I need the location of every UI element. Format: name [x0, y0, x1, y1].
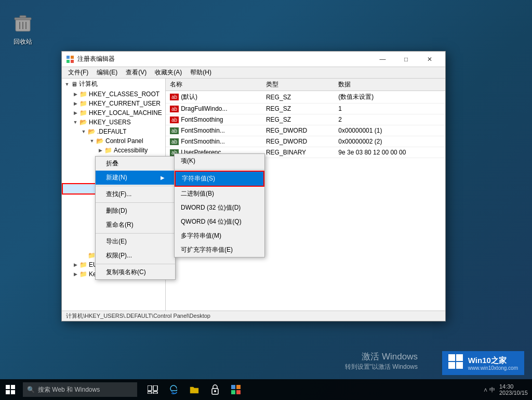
svg-rect-13: [456, 362, 463, 369]
minimize-button[interactable]: —: [371, 51, 394, 67]
menu-help[interactable]: 帮助(H): [186, 67, 216, 78]
submenu-item-qword[interactable]: QWORD (64 位)值(Q): [175, 215, 264, 229]
ctx-export[interactable]: 导出(E): [96, 235, 175, 249]
cell-type: REG_SZ: [262, 91, 334, 104]
node-label: Control Panel: [105, 137, 143, 145]
maximize-button[interactable]: □: [394, 51, 418, 67]
submenu-item-multi-string[interactable]: 多字符串值(M): [175, 229, 264, 243]
search-placeholder: 搜索 Web 和 Windows: [38, 385, 100, 394]
window-controls: — □ ✕: [371, 51, 441, 67]
cell-name: abFontSmoothin...: [166, 136, 262, 147]
menu-favorites[interactable]: 收藏夹(A): [151, 67, 186, 78]
edge-icon[interactable]: [164, 379, 183, 400]
start-button[interactable]: [0, 379, 21, 400]
table-row[interactable]: abFontSmoothing REG_SZ 2: [166, 114, 445, 125]
tree-node-local-machine[interactable]: ▶ 📁 HKEY_LOCAL_MACHINE: [62, 108, 165, 118]
svg-rect-8: [66, 60, 70, 63]
tree-node-control-panel[interactable]: ▼ 📂 Control Panel: [62, 136, 165, 146]
svg-rect-20: [148, 392, 152, 394]
submenu-item-dword[interactable]: DWORD (32 位)值(D): [175, 201, 264, 215]
expand-icon: ▶: [71, 110, 79, 115]
cell-type: REG_DWORD: [262, 136, 334, 147]
taskbar-icons: [143, 379, 245, 400]
menu-edit[interactable]: 编辑(E): [92, 67, 122, 78]
svg-rect-16: [6, 390, 10, 394]
folder-icon: 📁: [79, 91, 87, 98]
tree-node-accessibility[interactable]: ▶ 📁 Accessibility: [62, 146, 165, 155]
submenu: 项(K) 字符串值(S) 二进制值(B) DWORD (32 位)值(D) QW…: [174, 153, 265, 257]
svg-rect-14: [6, 385, 10, 389]
taskbar-search-box[interactable]: 🔍 搜索 Web 和 Windows: [23, 382, 137, 397]
ctx-new[interactable]: 新建(N) ▶: [96, 171, 175, 185]
submenu-item-binary[interactable]: 二进制值(B): [175, 187, 264, 201]
folder-icon: 📂: [79, 119, 87, 126]
svg-rect-25: [236, 385, 241, 389]
expand-icon: ▼: [71, 120, 79, 125]
ctx-item-label: 重命名(R): [106, 221, 134, 229]
cell-data: (数值未设置): [334, 91, 445, 104]
ctx-item-label: 查找(F)...: [106, 190, 131, 199]
tree-node-default[interactable]: ▼ 📂 .DEFAULT: [62, 127, 165, 136]
ctx-delete[interactable]: 删除(D): [96, 204, 175, 218]
table-row[interactable]: ab(默认) REG_SZ (数值未设置): [166, 91, 445, 104]
node-label: HKEY_CLASSES_ROOT: [89, 91, 159, 98]
ctx-separator-3: [96, 233, 175, 234]
table-row[interactable]: abFontSmoothin... REG_DWORD 0x00000002 (…: [166, 136, 445, 147]
submenu-item-label: 二进制值(B): [181, 190, 214, 197]
tree-node-computer[interactable]: ▼ 🖥 计算机: [62, 79, 165, 89]
ctx-find[interactable]: 查找(F)...: [96, 187, 175, 201]
close-button[interactable]: ✕: [418, 51, 441, 67]
cell-data: 2: [334, 114, 445, 125]
search-icon: 🔍: [27, 386, 35, 393]
lock-icon[interactable]: [206, 379, 224, 400]
app-icon: [66, 55, 74, 63]
watermark: 激活 Windows 转到设置"以激活 Windows: [345, 351, 418, 371]
svg-rect-15: [11, 385, 15, 389]
svg-rect-24: [231, 385, 235, 389]
table-row[interactable]: abDragFullWindo... REG_SZ 1: [166, 104, 445, 114]
cell-name: abFontSmoothin...: [166, 125, 262, 136]
menu-view[interactable]: 查看(V): [122, 67, 151, 78]
submenu-separator: [175, 169, 264, 170]
ctx-item-label: 导出(E): [106, 237, 127, 246]
ctx-permissions[interactable]: 权限(P)...: [96, 249, 175, 263]
submenu-item-string[interactable]: 字符串值(S): [175, 171, 264, 187]
folder-icon: 📁: [104, 147, 112, 154]
cell-name: abFontSmoothing: [166, 114, 262, 125]
svg-rect-1: [15, 18, 31, 20]
computer-icon: 🖥: [71, 81, 77, 88]
svg-rect-26: [231, 390, 235, 394]
expand-icon: ▶: [71, 101, 79, 106]
watermark-line1: 激活 Windows: [345, 351, 418, 363]
ctx-item-label: 权限(P)...: [106, 251, 132, 260]
ctx-separator-4: [96, 264, 175, 264]
ctx-rename[interactable]: 重命名(R): [96, 218, 175, 232]
svg-rect-21: [153, 392, 157, 394]
tree-node-users[interactable]: ▼ 📂 HKEY_USERS: [62, 118, 165, 127]
tree-node-current-user[interactable]: ▶ 📁 HKEY_CURRENT_USER: [62, 99, 165, 108]
win-brand-icon: [448, 354, 463, 372]
recycle-bin-icon[interactable]: 回收站: [10, 10, 35, 46]
expand-icon: ▼: [88, 138, 96, 144]
svg-rect-18: [148, 385, 152, 391]
status-text: 计算机\HKEY_USERS\.DEFAULT\Control Panel\De…: [66, 312, 210, 320]
regedit-taskbar-icon[interactable]: [227, 379, 245, 400]
brand-box: Win10之家 www.win10xtong.com: [442, 351, 524, 375]
menu-file[interactable]: 文件(F): [64, 67, 92, 78]
tree-node-classes-root[interactable]: ▶ 📁 HKEY_CLASSES_ROOT: [62, 89, 165, 99]
task-view-icon[interactable]: [143, 379, 162, 400]
ctx-collapse[interactable]: 折叠: [96, 157, 175, 171]
submenu-item-expand-string[interactable]: 可扩充字符串值(E): [175, 243, 264, 257]
taskbar-right: ∧ 中 14:302023/10/15: [479, 383, 532, 396]
expand-icon: ▼: [63, 82, 71, 87]
title-bar: 注册表编辑器 — □ ✕: [62, 51, 445, 67]
table-row[interactable]: abFontSmoothin... REG_DWORD 0x00000001 (…: [166, 125, 445, 136]
ctx-copy-name[interactable]: 复制项名称(C): [96, 265, 175, 279]
file-explorer-icon[interactable]: [185, 379, 204, 400]
svg-rect-27: [236, 390, 241, 394]
status-bar: 计算机\HKEY_USERS\.DEFAULT\Control Panel\De…: [62, 311, 445, 321]
svg-rect-11: [456, 354, 463, 361]
node-label: HKEY_USERS: [89, 119, 131, 126]
col-name: 名称: [166, 79, 262, 91]
submenu-item-key[interactable]: 项(K): [175, 154, 264, 168]
